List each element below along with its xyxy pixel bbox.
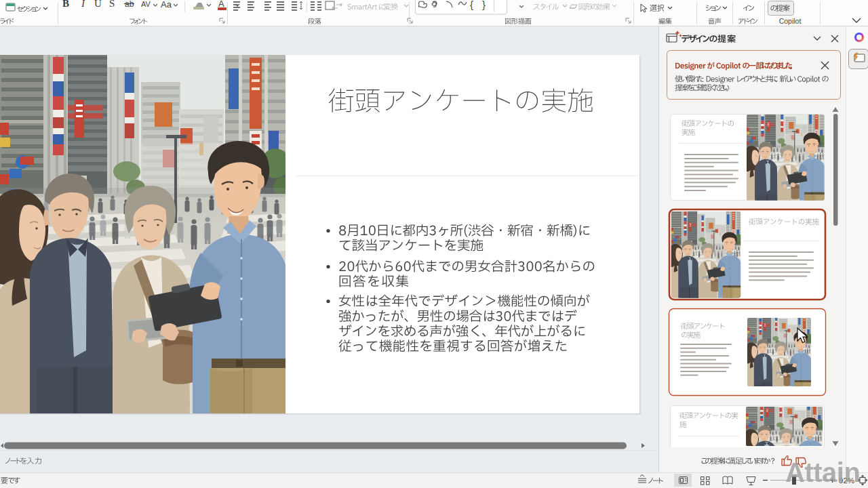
svg-text:}: } xyxy=(482,0,486,10)
svg-text:AV: AV xyxy=(141,0,151,8)
svg-text:I: I xyxy=(81,0,85,9)
svg-text:Attain: Attain xyxy=(785,458,860,487)
svg-text:Aa: Aa xyxy=(161,0,172,9)
svg-text:ab: ab xyxy=(125,0,134,9)
svg-text:B: B xyxy=(62,0,69,9)
svg-text:S: S xyxy=(109,0,115,9)
svg-text:U: U xyxy=(94,0,102,9)
svg-text:Copilot: Copilot xyxy=(779,17,802,25)
svg-text:{: { xyxy=(470,0,473,10)
